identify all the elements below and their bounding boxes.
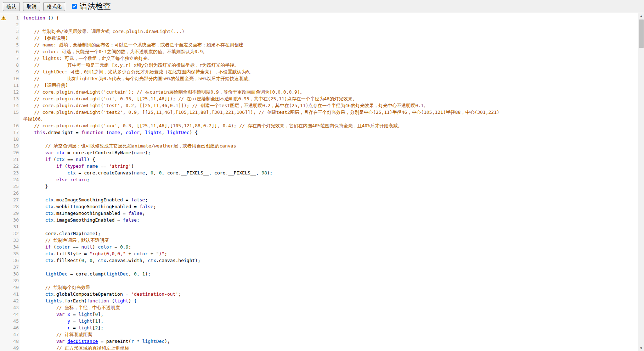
- code-line[interactable]: 38 lightDec = core.clamp(lightDec, 0, 1)…: [0, 271, 644, 277]
- syntax-check-label: 语法检查: [80, 1, 111, 12]
- gutter-marker: [0, 196, 7, 203]
- code-line[interactable]: 33 // 绘制色调层，默认不透明度: [0, 237, 644, 244]
- code-line[interactable]: 23 ctx = core.createCanvas(name, 0, 0, c…: [0, 169, 644, 176]
- code-line[interactable]: 5 // name: 必填，要绘制到的画布名；可以是一个系统画布，或者是个自定义…: [0, 41, 644, 48]
- code-line[interactable]: 16 // core.plugin.drawLight('xxx', 0.3, …: [0, 122, 644, 129]
- line-number: 8: [7, 62, 20, 68]
- scroll-down-icon[interactable]: ▼: [638, 345, 644, 351]
- cancel-button[interactable]: 取消: [23, 2, 40, 11]
- code-line[interactable]: 3 // 绘制灯光/漆黑层效果。调用方式 core.plugin.drawLig…: [0, 28, 644, 35]
- format-button[interactable]: 格式化: [43, 2, 65, 11]
- code-line[interactable]: 15 // core.plugin.drawLight('test2', 0.9…: [0, 109, 644, 116]
- gutter-marker: [0, 163, 7, 169]
- line-number: 43: [7, 304, 20, 311]
- code-line[interactable]: 48 var decDistance = parseInt(r * lightD…: [0, 338, 644, 345]
- confirm-button[interactable]: 确认: [3, 2, 20, 11]
- code-text: if (ctx == null) {: [20, 156, 644, 163]
- gutter-marker: [0, 223, 7, 230]
- code-text: }: [20, 183, 644, 190]
- code-line[interactable]: 14 // core.plugin.drawLight('test', 0.2,…: [0, 102, 644, 109]
- code-line[interactable]: 28 ctx.webkitImageSmoothingEnabled = fal…: [0, 203, 644, 210]
- code-text: // core.plugin.drawLight('curtain'); // …: [20, 89, 644, 95]
- code-text: ctx.webkitImageSmoothingEnabled = false;: [20, 203, 644, 210]
- code-line[interactable]: 37: [0, 264, 644, 271]
- code-text: // color: 可选，只能是一个0~1之间的数，为不透明度的值。不填则默认为…: [20, 48, 644, 55]
- code-line[interactable]: 10 // 比如lightDec为0.5代表，每个灯光部分内圈50%的范围全亮，…: [0, 75, 644, 82]
- gutter-marker: [0, 257, 7, 264]
- line-number: 19: [7, 143, 20, 149]
- code-line[interactable]: 18: [0, 136, 644, 143]
- code-line[interactable]: 13 // core.plugin.drawLight('ui', 0.95, …: [0, 95, 644, 102]
- gutter-marker: [0, 331, 7, 338]
- code-line[interactable]: 41 ctx.globalCompositeOperation = 'desti…: [0, 291, 644, 297]
- code-text: var ctx = core.getContextByName(name);: [20, 149, 644, 156]
- code-line[interactable]: 32 core.clearMap(name);: [0, 230, 644, 237]
- code-line[interactable]: 11 // 【调用样例】: [0, 82, 644, 89]
- code-line[interactable]: 24 else return;: [0, 176, 644, 183]
- scrollbar-thumb[interactable]: [639, 20, 644, 48]
- code-line[interactable]: 40 // 绘制每个灯光效果: [0, 284, 644, 291]
- line-number: 6: [7, 48, 20, 55]
- gutter-marker: [0, 345, 7, 351]
- code-line[interactable]: 25 }: [0, 183, 644, 190]
- code-text: // 【参数说明】: [20, 35, 644, 41]
- code-line[interactable]: 2: [0, 21, 644, 28]
- code-line[interactable]: 46 r = light[2];: [0, 324, 644, 331]
- gutter-marker: [0, 324, 7, 331]
- line-number: 40: [7, 284, 20, 291]
- code-line[interactable]: 21 if (ctx == null) {: [0, 156, 644, 163]
- code-text: ctx.fillStyle = "rgba(0,0,0," + color + …: [20, 250, 644, 257]
- code-line[interactable]: 9 // lightDec: 可选，0到1之间，光从多少百分比才开始衰减（在此范…: [0, 68, 644, 75]
- code-line[interactable]: 19 // 清空色调层；也可以修改成其它层比如animate/weather层，…: [0, 143, 644, 149]
- code-line[interactable]: 22 if (typeof name == 'string'): [0, 163, 644, 169]
- code-line[interactable]: 47 // 计算衰减距离: [0, 331, 644, 338]
- code-line[interactable]: 36 ctx.fillRect(0, 0, ctx.canvas.width, …: [0, 257, 644, 264]
- code-line[interactable]: 35 ctx.fillStyle = "rgba(0,0,0," + color…: [0, 250, 644, 257]
- code-line[interactable]: 27 ctx.mozImageSmoothingEnabled = false;: [0, 196, 644, 203]
- code-line[interactable]: 7 // lights: 可选，一个数组，定义了每个独立的灯光。: [0, 55, 644, 62]
- code-text: // core.plugin.drawLight('test2', 0.9, […: [20, 109, 644, 116]
- code-line[interactable]: 45 y = light[1],: [0, 318, 644, 324]
- code-line[interactable]: 20 var ctx = core.getContextByName(name)…: [0, 149, 644, 156]
- line-number: 12: [7, 89, 20, 95]
- code-text: // 绘制每个灯光效果: [20, 284, 644, 291]
- line-number: 41: [7, 291, 20, 297]
- gutter-marker: [0, 304, 7, 311]
- code-line[interactable]: 26: [0, 190, 644, 196]
- lint-warning-icon[interactable]: [1, 16, 6, 20]
- code-line[interactable]: 6 // color: 可选，只能是一个0~1之间的数，为不透明度的值。不填则默…: [0, 48, 644, 55]
- code-line[interactable]: 12 // core.plugin.drawLight('curtain'); …: [0, 89, 644, 95]
- line-number: 14: [7, 102, 20, 109]
- code-line[interactable]: 31: [0, 223, 644, 230]
- gutter-marker: [0, 203, 7, 210]
- code-line[interactable]: 44 var x = light[0],: [0, 311, 644, 318]
- code-line[interactable]: 30 ctx.imageSmoothingEnabled = false;: [0, 217, 644, 223]
- code-line[interactable]: 4 // 【参数说明】: [0, 35, 644, 41]
- code-line[interactable]: 49 // 正方形区域的直径和左上角坐标: [0, 345, 644, 351]
- code-line[interactable]: 17 this.drawLight = function (name, colo…: [0, 129, 644, 136]
- gutter-marker: [0, 149, 7, 156]
- code-text: // core.plugin.drawLight('ui', 0.95, [[2…: [20, 95, 644, 102]
- code-line[interactable]: 34 if (color == null) color = 0.9;: [0, 244, 644, 250]
- vertical-scrollbar[interactable]: ▲ ▼: [638, 13, 644, 351]
- gutter-marker: [0, 41, 7, 48]
- code-line[interactable]: 半径106。: [0, 116, 644, 122]
- code-line[interactable]: 43 // 坐标，半径，中心不透明度: [0, 304, 644, 311]
- code-editor[interactable]: 1function () {23 // 绘制灯光/漆黑层效果。调用方式 core…: [0, 13, 644, 351]
- code-line[interactable]: 1function () {: [0, 15, 644, 21]
- code-line[interactable]: 29 ctx.msImageSmoothingEnabled = false;: [0, 210, 644, 217]
- line-number: 39: [7, 277, 20, 284]
- line-number: 25: [7, 183, 20, 190]
- code-line[interactable]: 42 lights.forEach(function (light) {: [0, 297, 644, 304]
- syntax-check-checkbox[interactable]: [72, 4, 77, 9]
- scroll-up-icon[interactable]: ▲: [638, 13, 644, 19]
- code-line[interactable]: 8 // 其中每一项是三元组 [x,y,r] x和y分别为该灯光的横纵坐标，r为…: [0, 62, 644, 68]
- line-number: 21: [7, 156, 20, 163]
- line-number: 29: [7, 210, 20, 217]
- code-text: // name: 必填，要绘制到的画布名；可以是一个系统画布，或者是个自定义画布…: [20, 41, 644, 48]
- gutter-marker: [0, 264, 7, 271]
- gutter-marker: [0, 190, 7, 196]
- code-line[interactable]: 39: [0, 277, 644, 284]
- code-text: if (color == null) color = 0.9;: [20, 244, 644, 250]
- line-number: 1: [7, 15, 20, 21]
